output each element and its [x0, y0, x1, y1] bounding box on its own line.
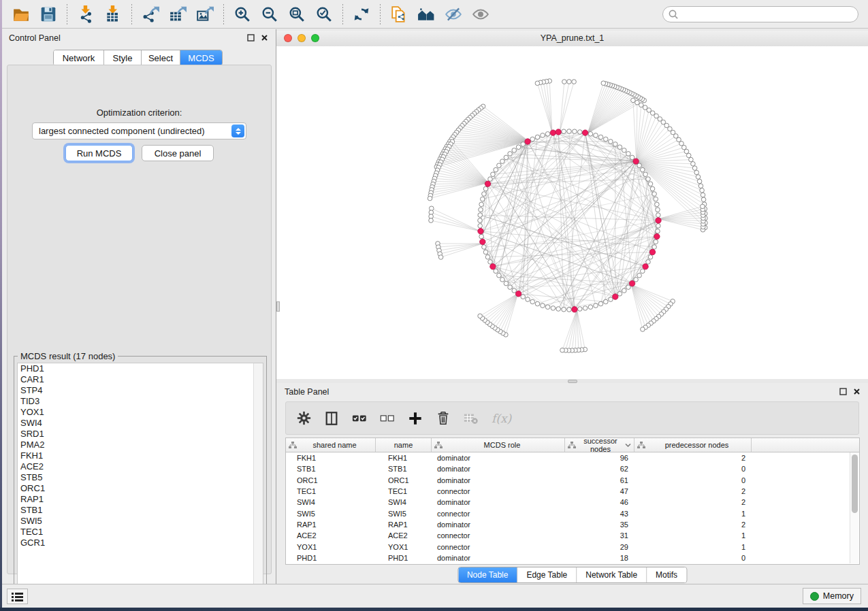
column-chooser-icon[interactable]	[324, 411, 339, 426]
cell-name[interactable]: FKH1	[376, 454, 432, 462]
result-node[interactable]: CAR1	[18, 374, 263, 385]
network-node[interactable]	[530, 137, 535, 142]
dominator-node[interactable]	[633, 159, 639, 164]
network-node[interactable]	[613, 142, 618, 147]
result-node[interactable]: PMA2	[18, 440, 263, 450]
tab-network-table[interactable]: Network Table	[577, 567, 647, 582]
hide-selected-icon[interactable]	[442, 3, 465, 26]
dominator-node[interactable]	[654, 233, 660, 239]
network-node[interactable]	[601, 81, 606, 86]
network-node[interactable]	[567, 80, 572, 84]
network-node[interactable]	[497, 163, 502, 168]
cell-mcds_role[interactable]: connector	[432, 531, 565, 540]
column-header-name[interactable]: name	[376, 438, 432, 452]
result-node[interactable]: RAP1	[18, 494, 263, 505]
table-row-TEC1[interactable]: TEC1TEC1connector472	[286, 486, 859, 497]
first-neighbors-icon[interactable]	[415, 3, 438, 26]
cell-successor_nodes[interactable]: 96	[565, 454, 634, 462]
export-image-icon[interactable]	[193, 3, 216, 26]
result-node[interactable]: PHD1	[18, 363, 263, 374]
table-scrollbar[interactable]	[850, 452, 858, 563]
cell-name[interactable]: RAP1	[376, 521, 432, 529]
cell-successor_nodes[interactable]: 18	[565, 554, 634, 562]
dominator-node[interactable]	[485, 181, 490, 186]
float-panel-icon[interactable]	[246, 33, 255, 42]
deselect-all-icon[interactable]	[380, 411, 395, 426]
cell-predecessor_nodes[interactable]: 0	[634, 465, 752, 473]
cell-predecessor_nodes[interactable]: 2	[634, 521, 752, 529]
cell-predecessor_nodes[interactable]: 0	[634, 476, 752, 484]
network-node[interactable]	[478, 224, 483, 229]
network-node[interactable]	[567, 129, 572, 134]
network-node[interactable]	[604, 299, 609, 304]
dominator-node[interactable]	[550, 130, 556, 135]
dominator-node[interactable]	[649, 249, 655, 254]
dominator-node[interactable]	[480, 239, 485, 244]
network-node[interactable]	[656, 213, 661, 218]
result-node[interactable]: FKH1	[18, 450, 263, 461]
cell-successor_nodes[interactable]: 47	[565, 487, 634, 495]
tab-edge-table[interactable]: Edge Table	[517, 567, 577, 582]
table-row-STB1[interactable]: STB1STB1dominator620	[286, 463, 859, 474]
export-network-icon[interactable]	[139, 3, 162, 26]
dominator-node[interactable]	[515, 291, 521, 297]
result-node[interactable]: TEC1	[18, 527, 263, 538]
network-node[interactable]	[482, 192, 487, 197]
network-node[interactable]	[691, 162, 696, 167]
network-node[interactable]	[646, 177, 651, 182]
network-node[interactable]	[617, 145, 622, 150]
network-node[interactable]	[609, 297, 613, 302]
network-node[interactable]	[500, 159, 505, 164]
cell-successor_nodes[interactable]: 35	[565, 521, 634, 529]
cell-shared_name[interactable]: SWI5	[286, 510, 376, 518]
network-node[interactable]	[588, 132, 593, 137]
network-node[interactable]	[479, 208, 483, 212]
network-node[interactable]	[545, 305, 550, 310]
network-node[interactable]	[637, 274, 642, 278]
network-node[interactable]	[578, 307, 583, 312]
network-node[interactable]	[478, 218, 483, 223]
network-node[interactable]	[626, 285, 631, 290]
network-node[interactable]	[588, 305, 593, 310]
network-node[interactable]	[556, 307, 561, 312]
network-node[interactable]	[679, 142, 684, 146]
network-node[interactable]	[504, 281, 509, 286]
run-mcds-button[interactable]: Run MCDS	[65, 145, 133, 161]
network-node[interactable]	[578, 130, 583, 135]
result-list-scrollbar[interactable]	[253, 363, 263, 600]
network-node[interactable]	[692, 166, 697, 171]
float-table-panel-icon[interactable]	[839, 387, 848, 396]
cell-name[interactable]: SWI5	[376, 510, 432, 518]
network-node[interactable]	[488, 260, 493, 265]
dominator-node[interactable]	[582, 130, 588, 135]
cell-successor_nodes[interactable]: 43	[565, 510, 634, 518]
network-node[interactable]	[541, 303, 545, 308]
dominator-node[interactable]	[525, 139, 530, 144]
cell-name[interactable]: PHD1	[376, 554, 432, 562]
network-node[interactable]	[604, 137, 609, 142]
cell-shared_name[interactable]: FKH1	[286, 454, 376, 462]
network-node[interactable]	[654, 240, 658, 244]
export-table-icon[interactable]	[166, 3, 189, 26]
network-node[interactable]	[478, 314, 483, 318]
task-history-button[interactable]	[7, 589, 28, 604]
network-node[interactable]	[497, 274, 502, 278]
network-node[interactable]	[650, 186, 655, 191]
result-node[interactable]: YOX1	[18, 407, 263, 418]
mcds-result-list[interactable]: PHD1CAR1STP4TID3YOX1SWI4SRD1PMA2FKH1ACE2…	[17, 363, 263, 601]
memory-button[interactable]: Memory	[803, 588, 861, 604]
network-node[interactable]	[491, 172, 496, 177]
network-node[interactable]	[694, 170, 699, 175]
show-all-icon[interactable]	[469, 3, 492, 26]
cell-predecessor_nodes[interactable]: 1	[634, 531, 752, 540]
result-node[interactable]: ORC1	[18, 483, 263, 494]
network-node[interactable]	[572, 80, 577, 84]
table-row-RAP1[interactable]: RAP1RAP1dominator352	[286, 519, 859, 530]
network-node[interactable]	[508, 152, 513, 156]
network-window-titlebar[interactable]: YPA_prune.txt_1	[276, 31, 868, 47]
network-node[interactable]	[494, 269, 498, 274]
cell-name[interactable]: YOX1	[376, 543, 432, 551]
network-node[interactable]	[479, 234, 484, 239]
tab-motifs[interactable]: Motifs	[647, 567, 686, 582]
dominator-node[interactable]	[478, 229, 483, 234]
